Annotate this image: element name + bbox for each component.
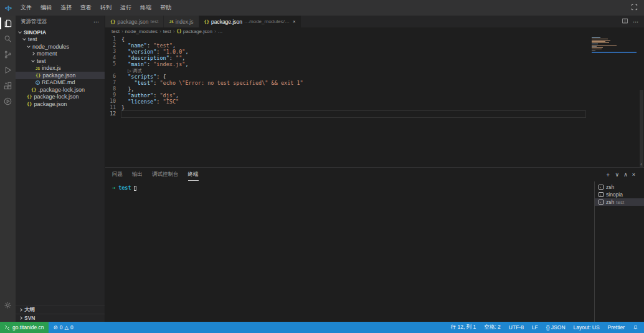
section-label: SVN xyxy=(24,315,35,321)
explorer-sidebar: 资源管理器 ⋯ SINOPIAtestnode_modulesmomenttes… xyxy=(16,16,105,322)
maximize-panel-icon[interactable]: ∧ xyxy=(623,171,628,178)
remote-indicator[interactable]: go.titanide.cn xyxy=(0,322,49,333)
tab-package-json-node-modules[interactable]: {}package.json…/node_modules/…× xyxy=(199,16,301,27)
tree-item-index-js[interactable]: JSindex.js xyxy=(16,65,105,72)
menu-edit[interactable]: 编辑 xyxy=(36,2,56,14)
line-number: 5 xyxy=(105,61,121,67)
panel-tab-output[interactable]: 输出 xyxy=(132,169,143,181)
terminal-output[interactable]: →test xyxy=(105,181,594,322)
breadcrumb-item[interactable]: {}package.json xyxy=(176,29,212,34)
tree-item-moment[interactable]: moment xyxy=(16,51,105,58)
chevron-down-icon xyxy=(22,37,26,41)
sidebar-more-actions-icon[interactable]: ⋯ xyxy=(93,19,100,25)
tree-item-package-json[interactable]: {}package.json xyxy=(16,72,105,79)
minimap[interactable] xyxy=(592,37,637,53)
activity-bar xyxy=(0,16,16,322)
tab-label: index.js xyxy=(176,19,194,25)
breadcrumb-separator: › xyxy=(173,29,175,34)
status-indentation[interactable]: 空格: 2 xyxy=(484,324,500,331)
terminal-list-item[interactable]: ›zsh xyxy=(595,183,644,191)
tree-item--package-lock-json[interactable]: {}.package-lock.json xyxy=(16,86,105,94)
status-cursor-position[interactable]: 行 12, 列 1 xyxy=(451,324,476,331)
menu-goto[interactable]: 转到 xyxy=(96,2,116,14)
breadcrumb-item[interactable]: node_modules xyxy=(125,29,158,34)
menu-terminal[interactable]: 终端 xyxy=(136,2,156,14)
json-file-icon: {} xyxy=(110,19,115,24)
tree-item-test[interactable]: test xyxy=(16,57,105,65)
status-eol[interactable]: LF xyxy=(532,324,538,331)
panel-tab-terminal[interactable]: 终端 xyxy=(188,169,199,181)
run-and-debug-icon[interactable] xyxy=(0,62,16,78)
extensions-icon[interactable] xyxy=(0,78,16,94)
status-formatter[interactable]: Prettier xyxy=(608,324,625,331)
breadcrumb-label: node_modules xyxy=(125,29,158,34)
json-file-icon: {} xyxy=(204,19,209,24)
close-panel-icon[interactable]: × xyxy=(632,171,635,178)
tree-item-test[interactable]: test xyxy=(16,36,105,44)
breadcrumb: test›node_modules›test›{}package.json›… xyxy=(105,27,644,35)
panel-tab-debug-console[interactable]: 调试控制台 xyxy=(152,169,179,181)
fullscreen-icon[interactable] xyxy=(631,4,638,12)
line-number: 9 xyxy=(105,92,121,99)
line-content: { xyxy=(121,36,125,42)
menu-run[interactable]: 运行 xyxy=(116,2,136,14)
terminal-list-item[interactable]: ›zshtest xyxy=(595,198,644,206)
tree-item-sinopia[interactable]: SINOPIA xyxy=(16,29,105,36)
tree-item-node-modules[interactable]: node_modules xyxy=(16,43,105,51)
json-file-icon: {} xyxy=(27,94,32,99)
breadcrumb-separator: › xyxy=(214,29,216,34)
code-token: : xyxy=(153,80,159,86)
status-encoding[interactable]: UTF-8 xyxy=(509,324,524,331)
section-svn[interactable]: SVN xyxy=(16,314,105,322)
tab-description: …/node_modules/… xyxy=(244,19,290,24)
line-number: 10 xyxy=(105,99,121,105)
menu-selection[interactable]: 选择 xyxy=(56,2,76,14)
status-language-mode[interactable]: {} JSON xyxy=(546,324,566,331)
line-number: 8 xyxy=(105,86,121,92)
split-editor-icon[interactable] xyxy=(622,17,628,26)
line-content: "description": "", xyxy=(121,55,185,61)
editor-more-actions-icon[interactable]: ⋯ xyxy=(633,19,638,25)
collapse-panel-arrow-icon[interactable]: ‹ xyxy=(640,162,643,167)
editor-scrollbar[interactable] xyxy=(640,90,643,167)
tree-item-package-json[interactable]: {}package.json xyxy=(16,100,105,108)
code-line: 9 "author": "djs", xyxy=(105,92,644,99)
new-terminal-icon[interactable]: ＋ xyxy=(605,171,611,179)
status-keyboard-layout[interactable]: Layout: US xyxy=(574,324,600,331)
breadcrumb-item[interactable]: test xyxy=(111,29,120,34)
menu-view[interactable]: 查看 xyxy=(76,2,96,14)
tree-item-label: index.js xyxy=(42,65,61,71)
settings-icon[interactable] xyxy=(0,297,16,313)
tab-package-json-test[interactable]: {}package.jsontest xyxy=(105,16,163,27)
code-token: : { xyxy=(156,74,166,80)
code-token: "description" xyxy=(128,55,169,61)
readme-info-icon: i xyxy=(36,80,40,85)
tree-item-readme-md[interactable]: iREADME.md xyxy=(16,79,105,87)
line-number: 11 xyxy=(105,105,121,111)
line-content: "version": "1.0.0", xyxy=(121,49,189,55)
terminal-list-item[interactable]: ›sinopia xyxy=(595,191,644,198)
search-icon[interactable] xyxy=(0,31,16,47)
code-token: : xyxy=(153,92,159,99)
line-content: ▷ 调试 xyxy=(121,67,142,74)
tab-index-js[interactable]: JSindex.js xyxy=(164,16,198,27)
panel-tab-bar: 问题输出调试控制台终端 ＋∨∧× xyxy=(105,168,644,181)
json-file-icon: {} xyxy=(176,29,181,34)
remote-run-icon[interactable] xyxy=(0,94,16,109)
source-control-icon[interactable] xyxy=(0,47,16,62)
menu-file[interactable]: 文件 xyxy=(16,2,36,14)
debug-codelens[interactable]: ▷ 调试 xyxy=(128,68,142,74)
problems-status[interactable]: ⊘0 △0 xyxy=(49,324,78,331)
notifications-bell-icon[interactable] xyxy=(633,324,638,331)
explorer-icon[interactable] xyxy=(0,16,16,31)
code-editor[interactable]: 1{2 "name": "test",3 "version": "1.0.0",… xyxy=(105,35,644,167)
terminal-profile-dropdown-icon[interactable]: ∨ xyxy=(615,171,620,178)
tree-item-package-lock-json[interactable]: {}package-lock.json xyxy=(16,94,105,101)
minimap-line xyxy=(592,45,617,46)
panel-tab-problems[interactable]: 问题 xyxy=(112,169,123,181)
menu-help[interactable]: 帮助 xyxy=(156,2,176,14)
breadcrumb-item[interactable]: test xyxy=(163,29,171,34)
close-icon[interactable]: × xyxy=(293,19,296,24)
breadcrumb-item[interactable]: … xyxy=(218,29,223,34)
section-outline[interactable]: 大纲 xyxy=(16,306,105,314)
